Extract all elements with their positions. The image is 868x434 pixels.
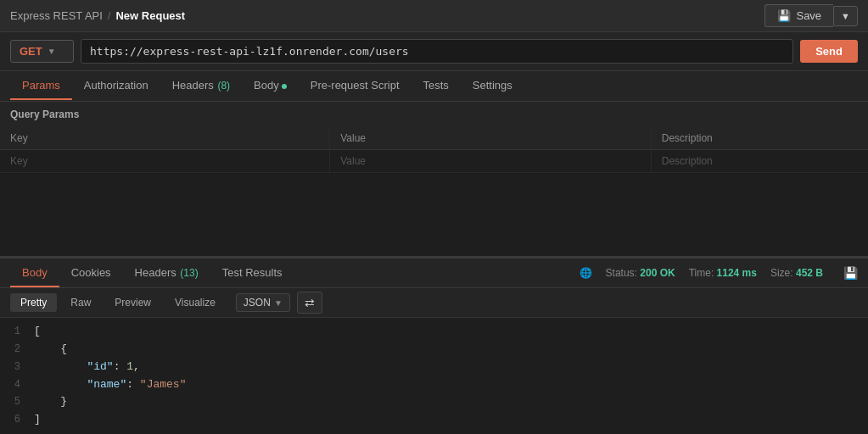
main-layout: Params Authorization Headers (8) Body Pr…: [0, 71, 868, 434]
method-chevron-icon: ▼: [48, 47, 56, 56]
response-tab-headers[interactable]: Headers (13): [123, 259, 210, 287]
format-select[interactable]: JSON ▼: [236, 293, 290, 312]
code-line-4: 4 "name": "James": [0, 376, 868, 394]
table-row: Key Value Description: [0, 150, 868, 173]
tab-params[interactable]: Params: [10, 72, 72, 100]
code-line-5: 5 }: [0, 393, 868, 411]
body-dot: [282, 84, 287, 89]
tab-prerequest[interactable]: Pre-request Script: [299, 72, 412, 100]
params-table: Key Value Description Key Value Descript…: [0, 127, 868, 173]
app-name: Express REST API: [10, 9, 103, 22]
format-chevron-icon: ▼: [274, 298, 283, 308]
view-pretty-button[interactable]: Pretty: [10, 293, 57, 312]
status-value: 200 OK: [640, 267, 675, 279]
tab-body[interactable]: Body: [242, 72, 299, 100]
globe-icon: 🌐: [580, 267, 592, 279]
response-tab-cookies[interactable]: Cookies: [59, 259, 123, 287]
tab-authorization[interactable]: Authorization: [72, 72, 160, 100]
code-area: 1 [ 2 { 3 "id": 1, 4 "name": "James": [0, 318, 868, 434]
response-meta: 🌐 Status: 200 OK Time: 1124 ms Size: 452…: [580, 266, 858, 280]
chevron-down-icon: ▼: [841, 11, 850, 21]
request-tabs: Params Authorization Headers (8) Body Pr…: [0, 71, 868, 102]
wrap-button[interactable]: ⇄: [297, 292, 322, 314]
url-bar: GET ▼ Send: [0, 32, 868, 71]
desc-cell[interactable]: Description: [651, 150, 868, 173]
response-tab-body[interactable]: Body: [10, 259, 59, 287]
tab-headers[interactable]: Headers (8): [160, 72, 242, 100]
response-toolbar: Pretty Raw Preview Visualize JSON ▼ ⇄: [0, 288, 868, 318]
status-label: Status: 200 OK: [606, 267, 675, 279]
save-response-icon[interactable]: 💾: [843, 266, 858, 280]
method-select[interactable]: GET ▼: [10, 40, 74, 63]
wrap-icon: ⇄: [305, 296, 315, 309]
query-params-label: Query Params: [0, 102, 868, 127]
view-raw-button[interactable]: Raw: [60, 293, 101, 312]
save-button[interactable]: 💾 Save: [764, 4, 833, 27]
breadcrumb-separator: /: [108, 9, 111, 22]
url-input[interactable]: [81, 39, 793, 64]
params-spacer: [0, 173, 868, 256]
send-button[interactable]: Send: [800, 40, 858, 63]
save-icon: 💾: [777, 9, 791, 22]
col-header-value: Value: [330, 127, 652, 150]
col-header-description: Description: [651, 127, 868, 150]
title-bar: Express REST API / New Request 💾 Save ▼: [0, 0, 868, 32]
time-label: Time: 1124 ms: [689, 267, 757, 279]
response-tabs: Body Cookies Headers (13) Test Results: [10, 259, 580, 287]
response-bar: Body Cookies Headers (13) Test Results 🌐…: [0, 258, 868, 288]
breadcrumb: Express REST API / New Request: [10, 9, 185, 22]
request-name: New Request: [115, 9, 185, 22]
code-line-2: 2 {: [0, 341, 868, 359]
response-section: Body Cookies Headers (13) Test Results 🌐…: [0, 256, 868, 434]
size-value: 452 B: [796, 267, 823, 279]
col-header-key: Key: [0, 127, 330, 150]
save-dropdown-button[interactable]: ▼: [833, 6, 858, 26]
view-preview-button[interactable]: Preview: [104, 293, 161, 312]
value-cell[interactable]: Value: [330, 150, 652, 173]
tab-tests[interactable]: Tests: [412, 72, 461, 100]
view-visualize-button[interactable]: Visualize: [165, 293, 226, 312]
code-line-6: 6 ]: [0, 411, 868, 429]
method-label: GET: [20, 45, 42, 58]
key-cell[interactable]: Key: [0, 150, 330, 173]
code-line-3: 3 "id": 1,: [0, 359, 868, 376]
response-tab-testresults[interactable]: Test Results: [210, 259, 294, 287]
title-bar-actions: 💾 Save ▼: [764, 4, 858, 27]
time-value: 1124 ms: [717, 267, 757, 279]
size-label: Size: 452 B: [770, 267, 823, 279]
code-line-1: 1 [: [0, 323, 868, 341]
tab-settings[interactable]: Settings: [461, 72, 524, 100]
